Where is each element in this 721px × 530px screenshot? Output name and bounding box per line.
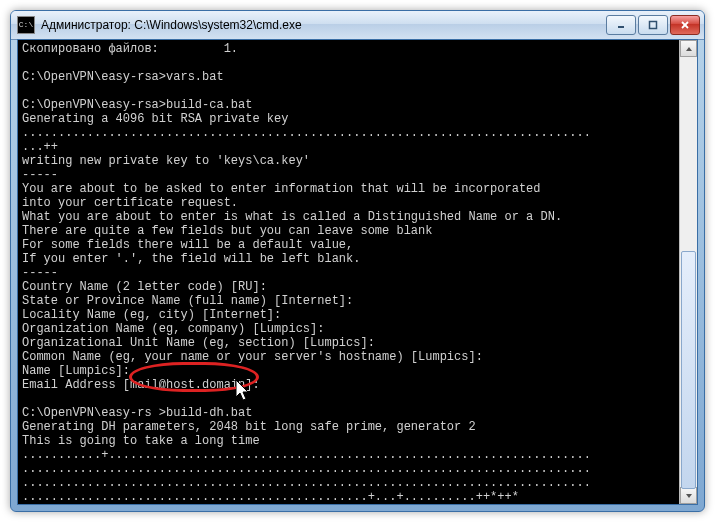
svg-rect-1: [650, 22, 657, 29]
line: Country Name (2 letter code) [RU]:: [22, 280, 267, 294]
line: What you are about to enter is what is c…: [22, 210, 562, 224]
titlebar[interactable]: C:\ Администратор: C:\Windows\system32\c…: [11, 11, 704, 40]
scroll-thumb[interactable]: [681, 251, 696, 490]
line: writing new private key to 'keys\ca.key': [22, 154, 310, 168]
terminal-output[interactable]: Скопировано файлов: 1. C:\OpenVPN\easy-r…: [18, 40, 697, 504]
line: ........................................…: [22, 490, 519, 504]
line: Name [Lumpics]:: [22, 364, 130, 378]
line: C:\OpenVPN\easy-rsa>vars.bat: [22, 70, 224, 84]
line: Organizational Unit Name (eg, section) […: [22, 336, 375, 350]
window-buttons: [606, 15, 700, 35]
line: C:\OpenVPN\easy-rs >build-dh.bat: [22, 406, 252, 420]
line: ........................................…: [22, 462, 591, 476]
line: ...........+............................…: [22, 448, 591, 462]
close-button[interactable]: [670, 15, 700, 35]
client-area: Скопировано файлов: 1. C:\OpenVPN\easy-r…: [17, 39, 698, 505]
vertical-scrollbar[interactable]: [679, 40, 697, 504]
line: ........................................…: [22, 126, 591, 140]
line: Generating a 4096 bit RSA private key: [22, 112, 288, 126]
cmd-icon-glyph: C:\: [19, 21, 33, 29]
line: -----: [22, 266, 58, 280]
cmd-icon: C:\: [17, 16, 35, 34]
line: into your certificate request.: [22, 196, 238, 210]
line: Скопировано файлов: 1.: [22, 42, 238, 56]
line: You are about to be asked to enter infor…: [22, 182, 540, 196]
minimize-button[interactable]: [606, 15, 636, 35]
line: Generating DH parameters, 2048 bit long …: [22, 420, 476, 434]
window-title: Администратор: C:\Windows\system32\cmd.e…: [41, 18, 606, 32]
line: For some fields there will be a default …: [22, 238, 353, 252]
line: Locality Name (eg, city) [Internet]:: [22, 308, 281, 322]
line: Common Name (eg, your name or your serve…: [22, 350, 483, 364]
svg-marker-5: [686, 494, 692, 498]
line: ........................................…: [22, 476, 591, 490]
scroll-down-button[interactable]: [680, 487, 697, 504]
line: If you enter '.', the field will be left…: [22, 252, 360, 266]
line: There are quite a few fields but you can…: [22, 224, 432, 238]
line: Organization Name (eg, company) [Lumpics…: [22, 322, 324, 336]
cmd-window: C:\ Администратор: C:\Windows\system32\c…: [10, 10, 705, 512]
line: C:\OpenVPN\easy-rsa>build-ca.bat: [22, 98, 252, 112]
line: ...++: [22, 140, 58, 154]
scroll-up-button[interactable]: [680, 40, 697, 57]
maximize-button[interactable]: [638, 15, 668, 35]
scroll-track[interactable]: [680, 57, 697, 487]
line: State or Province Name (full name) [Inte…: [22, 294, 353, 308]
line: This is going to take a long time: [22, 434, 260, 448]
line: Email Address [mail@host.domain]:: [22, 378, 260, 392]
line: -----: [22, 168, 58, 182]
svg-marker-4: [686, 47, 692, 51]
